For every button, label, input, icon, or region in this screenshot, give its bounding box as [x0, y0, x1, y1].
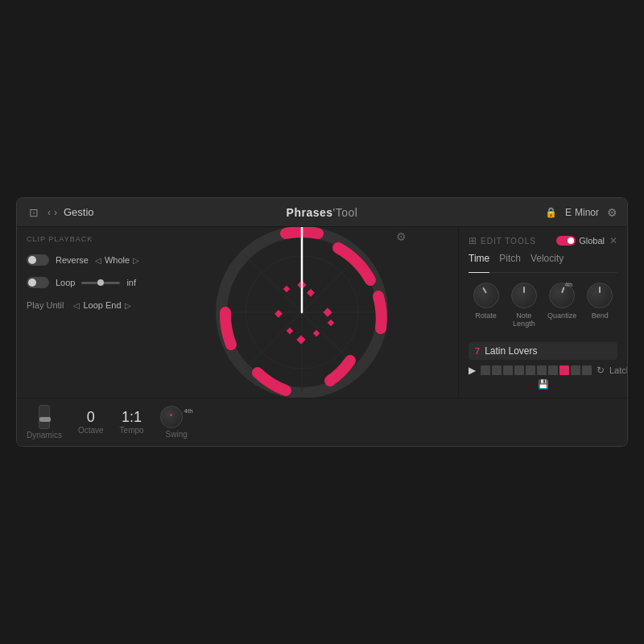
svg-rect-10 — [328, 320, 334, 326]
loop-end-arrow-left[interactable]: ◁ — [73, 301, 80, 310]
loop-toggle[interactable] — [27, 277, 49, 288]
device-title: Gestio — [64, 206, 94, 218]
nav-back[interactable]: ‹ — [47, 207, 51, 218]
svg-rect-12 — [287, 328, 293, 334]
beat-block-6[interactable] — [548, 365, 558, 375]
rotate-knob[interactable] — [473, 283, 499, 308]
note-length-label: Note Length — [506, 312, 541, 328]
tab-pitch[interactable]: Pitch — [499, 253, 521, 267]
header: ⊡ ‹ › Gestio Phrases'Tool 🔒 E Minor ⚙ — [17, 198, 627, 227]
octave-value: 0 — [87, 410, 95, 424]
whole-label: Whole — [105, 255, 130, 265]
quantize-tool[interactable]: 4th Quantize — [545, 283, 580, 328]
svg-rect-8 — [283, 286, 290, 292]
key-mode: Minor — [575, 207, 599, 218]
beat-block-5[interactable] — [537, 365, 547, 375]
beat-block-7[interactable] — [559, 365, 569, 375]
circular-display: ⚙ — [213, 227, 390, 398]
swing-label: Swing — [166, 430, 188, 439]
tool-label: 'Tool — [333, 206, 358, 219]
global-label: Global — [579, 236, 605, 246]
tempo-control: 1:1 Tempo — [120, 410, 144, 435]
edit-tools-right: Global ✕ — [556, 235, 617, 246]
settings-icon[interactable]: ⚙ — [607, 206, 617, 219]
phrases-label: Phrases — [287, 206, 333, 219]
octave-control: 0 Octave — [78, 410, 104, 435]
close-icon[interactable]: ✕ — [609, 235, 617, 246]
svg-rect-9 — [323, 308, 332, 316]
note-length-knob[interactable] — [511, 283, 537, 308]
header-center-title: Phrases'Tool — [224, 206, 421, 219]
play-button[interactable]: ▶ — [469, 365, 476, 376]
dynamics-label: Dynamics — [27, 431, 62, 440]
save-icon[interactable]: 💾 — [538, 379, 549, 390]
svg-rect-7 — [307, 289, 315, 297]
bottom-icons-row: 💾 — [469, 379, 617, 390]
clip-playback-label: CLIP PLAYBACK — [27, 235, 136, 243]
svg-rect-13 — [313, 330, 320, 336]
beat-block-9[interactable] — [582, 365, 592, 375]
tab-velocity[interactable]: Velocity — [530, 253, 564, 267]
tab-time[interactable]: Time — [469, 253, 489, 273]
circular-svg — [213, 227, 390, 398]
play-until-row: Play Until ◁ Loop End ▷ — [27, 296, 136, 314]
beat-block-3[interactable] — [514, 365, 524, 375]
loop-icon[interactable]: ↻ — [597, 365, 605, 376]
slider-value: inf — [126, 278, 136, 287]
svg-rect-11 — [296, 335, 305, 344]
swing-knob[interactable] — [160, 406, 183, 428]
tools-grid: Rotate Note Length 4th Quantize — [469, 283, 617, 328]
reverse-row: Reverse ◁ Whole ▷ — [27, 251, 136, 269]
note-length-tool[interactable]: Note Length — [506, 283, 541, 328]
beat-block-8[interactable] — [571, 365, 580, 375]
bend-label: Bend — [592, 312, 609, 320]
pattern-name-row: 7 Latin Lovers — [469, 342, 617, 360]
edit-tools-label: ⊞ EDIT TOOLS — [469, 235, 536, 246]
loop-end-arrows: ◁ Loop End ▷ — [73, 300, 130, 310]
header-right: 🔒 E Minor ⚙ — [420, 206, 617, 219]
header-left: ⊡ ‹ › Gestio — [27, 205, 224, 220]
bend-knob[interactable] — [587, 283, 613, 308]
beat-block-2[interactable] — [503, 365, 513, 375]
device-icon: ⊡ — [27, 205, 41, 220]
quantize-superscript: 4th — [564, 282, 572, 287]
main-content: CLIP PLAYBACK Reverse ◁ Whole ▷ Loop inf — [17, 227, 627, 398]
dynamics-fader[interactable] — [39, 405, 50, 429]
global-toggle-switch[interactable] — [556, 236, 576, 246]
quantize-label: Quantize — [547, 312, 576, 320]
loop-end-arrow-right[interactable]: ▷ — [125, 301, 131, 310]
center-panel: ⚙ — [146, 227, 458, 398]
pattern-name: Latin Lovers — [485, 345, 611, 357]
beat-block-1[interactable] — [492, 365, 502, 375]
dynamics-control: Dynamics — [27, 405, 62, 440]
play-until-label: Play Until — [27, 300, 64, 310]
swing-control: 4th Swing — [160, 406, 193, 439]
global-toggle[interactable]: Global — [556, 236, 605, 246]
header-nav: ‹ › — [47, 207, 57, 218]
pattern-selector: 7 Latin Lovers ▶ ↻ Latch 💾 — [469, 342, 617, 390]
loop-slider[interactable] — [81, 282, 120, 284]
tempo-value: 1:1 — [122, 410, 142, 424]
nav-forward[interactable]: › — [54, 207, 57, 218]
bend-tool[interactable]: Bend — [583, 283, 617, 328]
tempo-label: Tempo — [120, 426, 144, 435]
tabs-row: Time Pitch Velocity — [469, 253, 617, 273]
display-settings-icon[interactable]: ⚙ — [396, 230, 407, 243]
loop-row: Loop inf — [27, 274, 136, 291]
fader-handle — [39, 417, 51, 422]
reverse-label: Reverse — [56, 255, 89, 265]
key-badge: E Minor — [565, 207, 599, 218]
octave-label: Octave — [78, 426, 104, 435]
whole-arrow-left[interactable]: ◁ — [95, 256, 101, 265]
left-panel: CLIP PLAYBACK Reverse ◁ Whole ▷ Loop inf — [17, 227, 146, 398]
bottom-bar: Dynamics 0 Octave 1:1 Tempo 4th Swing — [17, 398, 627, 446]
loop-end-label: Loop End — [83, 300, 121, 310]
reverse-toggle[interactable] — [27, 254, 49, 266]
rotate-tool[interactable]: Rotate — [469, 283, 503, 328]
beat-block-4[interactable] — [526, 365, 535, 375]
whole-arrow-right[interactable]: ▷ — [133, 256, 139, 265]
quantize-knob[interactable]: 4th — [549, 283, 575, 308]
beat-block-0[interactable] — [481, 365, 490, 375]
rotate-label: Rotate — [475, 312, 497, 320]
pattern-number: 7 — [475, 346, 480, 356]
